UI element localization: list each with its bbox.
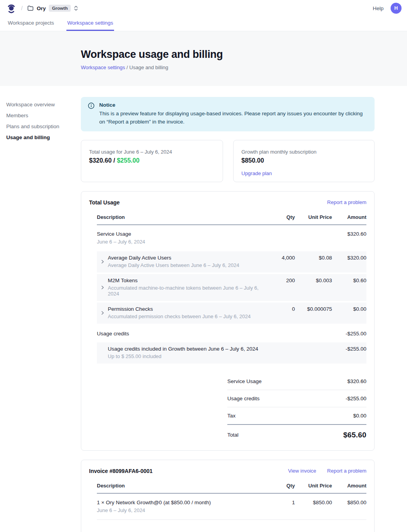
col-unit-price: Unit Price: [295, 214, 332, 220]
total-usage-card-title: Total Usage: [89, 199, 120, 206]
summary-label: Service Usage: [227, 378, 262, 384]
total-usage-stat-card: Total usage for June 6 – July 6, 2024 $3…: [81, 140, 223, 182]
folder-icon: [27, 5, 34, 11]
report-problem-link-invoice[interactable]: Report a problem: [327, 468, 366, 474]
row-unit-price: $0.08: [295, 255, 332, 261]
row-unit-price: $850.00: [295, 500, 332, 505]
avatar[interactable]: H: [391, 3, 402, 14]
sidebar-item-workspace-overview[interactable]: Workspace overview: [6, 99, 81, 110]
sidebar-item-usage-and-billing[interactable]: Usage and billing: [6, 132, 81, 143]
row-subtitle: Accumulated machine-to-machine tokens be…: [108, 285, 260, 297]
row-qty: 4,000: [264, 255, 295, 261]
total-usage-amount: $320.60 / $255.00: [89, 157, 215, 164]
chevron-right-icon[interactable]: [97, 303, 108, 324]
summary-value: $0.00: [353, 413, 366, 419]
amount-separator: /: [112, 157, 117, 164]
summary-label: Usage credits: [227, 396, 260, 401]
row-title: Usage credits included in Growth between…: [108, 346, 260, 352]
row-amount: $850.00: [332, 500, 366, 505]
breadcrumb-separator: /: [125, 64, 129, 70]
col-qty: Qty: [264, 483, 295, 489]
hero-section: Workspace usage and billing Workspace se…: [0, 31, 407, 86]
col-description: Description: [97, 483, 264, 489]
info-icon: [88, 102, 95, 126]
tab-workspace-settings[interactable]: Workspace settings: [66, 16, 114, 31]
table-row-m2m-tokens[interactable]: M2M Tokens Accumulated machine-to-machin…: [97, 274, 366, 303]
breadcrumb-workspace-settings-link[interactable]: Workspace settings: [81, 64, 125, 70]
page-title: Workspace usage and billing: [81, 48, 407, 61]
tab-workspace-projects[interactable]: Workspace projects: [7, 16, 55, 31]
table-row-average-daily-active-users[interactable]: Average Daily Active Users Average Daily…: [97, 251, 366, 274]
chevron-right-icon[interactable]: [97, 251, 108, 272]
summary-value: $320.60: [347, 378, 366, 384]
row-amount: $0.00: [332, 306, 366, 312]
table-row-service-usage: Service Usage June 6 – July 6, 2024 $320…: [97, 225, 366, 251]
summary-row-total: Total $65.60: [227, 425, 366, 441]
settings-sidenav: Workspace overview Members Plans and sub…: [0, 97, 81, 532]
sidebar-item-members[interactable]: Members: [6, 110, 81, 121]
report-problem-link-usage[interactable]: Report a problem: [327, 199, 366, 205]
col-amount: Amount: [332, 214, 366, 220]
row-title: Average Daily Active Users: [108, 255, 260, 261]
row-title: M2M Tokens: [108, 278, 260, 283]
invoice-card: Invoice #8099AFA6-0001 View invoice Repo…: [81, 460, 375, 532]
workspace-tabs: Workspace projects Workspace settings: [0, 16, 407, 31]
summary-row-service-usage: Service Usage $320.60: [227, 373, 366, 390]
summary-value: -$255.00: [346, 396, 366, 401]
row-title: 1 × Ory Network Growth@0 (at $850.00 / m…: [97, 500, 260, 505]
summary-row-tax: Tax $0.00: [227, 407, 366, 425]
row-subtitle: Up to $ 255.00 included: [108, 353, 260, 359]
help-link[interactable]: Help: [373, 5, 384, 11]
top-bar: / Ory Growth Help H: [0, 0, 407, 16]
amount-credit: $255.00: [117, 157, 139, 164]
invoice-table-header: Description Qty Unit Price Amount: [97, 479, 366, 494]
workspace-plan-badge: Growth: [49, 5, 71, 12]
row-subtitle: Average Daily Active Users between June …: [108, 262, 260, 268]
invoice-card-title: Invoice #8099AFA6-0001: [89, 468, 153, 474]
summary-label: Total: [227, 432, 239, 438]
row-title: Permission Checks: [108, 306, 260, 312]
view-invoice-link[interactable]: View invoice: [288, 468, 316, 474]
notice-body: This is a preview feature for displaying…: [99, 110, 368, 126]
chevron-right-icon[interactable]: [97, 274, 108, 301]
summary-label: Tax: [227, 413, 236, 419]
notice-title: Notice: [99, 102, 368, 108]
usage-table-header: Description Qty Unit Price Amount: [97, 210, 366, 225]
upgrade-plan-link[interactable]: Upgrade plan: [241, 170, 272, 176]
workspace-switcher[interactable]: Ory Growth: [27, 5, 79, 12]
ory-logo-icon[interactable]: [6, 3, 16, 14]
col-qty: Qty: [264, 214, 295, 220]
row-qty: 0: [264, 306, 295, 312]
sidebar-item-plans-and-subscription[interactable]: Plans and subscription: [6, 121, 81, 132]
row-amount: $320.00: [332, 255, 366, 261]
row-unit-price: $0.003: [295, 278, 332, 283]
summary-row-usage-credits: Usage credits -$255.00: [227, 390, 366, 407]
row-subtitle: June 6 – July 6, 2024: [97, 239, 260, 245]
workspace-name: Ory: [37, 5, 46, 11]
notice-banner: Notice This is a preview feature for dis…: [81, 97, 375, 131]
row-qty: 1: [264, 500, 295, 505]
plan-amount: $850.00: [241, 157, 366, 164]
total-usage-label: Total usage for June 6 – July 6, 2024: [89, 149, 215, 155]
table-row-usage-credits: Usage credits -$255.00: [97, 325, 366, 342]
col-description: Description: [97, 214, 264, 220]
row-unit-price: $0.000075: [295, 306, 332, 312]
col-amount: Amount: [332, 483, 366, 489]
row-amount: $320.60: [332, 231, 366, 237]
table-row-usage-credits-detail: Usage credits included in Growth between…: [97, 342, 366, 364]
row-subtitle: June 6 – July 6, 2024: [97, 507, 260, 513]
plan-stat-card: Growth plan monthly subscription $850.00…: [233, 140, 375, 182]
row-qty: 200: [264, 278, 295, 283]
summary-value: $65.60: [343, 431, 366, 439]
row-amount: -$255.00: [332, 346, 366, 352]
row-amount: $0.60: [332, 278, 366, 283]
total-usage-card: Total Usage Report a problem Description…: [81, 191, 375, 451]
invoice-summary: 1 × Ory Network Growth@0 (at $850.00 / m…: [227, 529, 366, 532]
table-row-invoice-line: 1 × Ory Network Growth@0 (at $850.00 / m…: [97, 494, 366, 520]
amount-used: $320.60: [89, 157, 112, 164]
row-title: Service Usage: [97, 231, 260, 237]
row-subtitle: Accumulated permission checks between Ju…: [108, 313, 260, 319]
breadcrumb: Workspace settings / Usage and billing: [81, 64, 407, 70]
unfold-icon: [74, 5, 78, 11]
table-row-permission-checks[interactable]: Permission Checks Accumulated permission…: [97, 303, 366, 325]
